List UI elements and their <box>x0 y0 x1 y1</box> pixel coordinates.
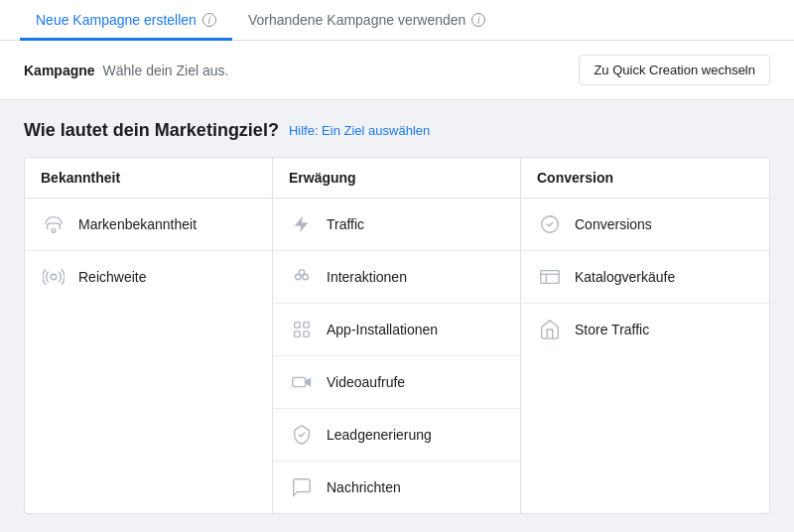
col-header-consideration: Erwägung <box>273 158 521 199</box>
campaign-description: Wähle dein Ziel aus. <box>103 63 229 78</box>
goal-label-traffic: Traffic <box>327 216 364 232</box>
goals-table: Bekanntheit Erwägung Conversion Marken <box>24 157 770 514</box>
svg-point-4 <box>299 270 305 276</box>
tab-new-campaign-info-icon[interactable]: i <box>202 13 216 27</box>
svg-rect-5 <box>295 323 301 329</box>
col-body-consideration: Traffic Interaktionen <box>273 199 521 513</box>
campaign-header-left: Kampagne Wähle dein Ziel aus. <box>24 63 228 78</box>
engagement-icon <box>289 264 315 290</box>
tab-bar: Neue Kampagne erstellen i Vorhandene Kam… <box>0 0 794 41</box>
goal-item-app-installationen[interactable]: App-Installationen <box>273 304 520 356</box>
svg-rect-8 <box>304 332 310 337</box>
svg-rect-9 <box>293 377 306 386</box>
goal-label-leadgenerierung: Leadgenerierung <box>327 427 432 443</box>
col-header-awareness: Bekanntheit <box>25 158 273 199</box>
goal-item-store-traffic[interactable]: Store Traffic <box>521 304 769 355</box>
tab-existing-campaign-label: Vorhandene Kampagne verwenden <box>248 12 466 28</box>
goal-label-conversions: Conversions <box>575 216 652 232</box>
svg-point-1 <box>51 274 57 280</box>
col-body-conversion: Conversions Katalogverkäufe <box>521 199 769 513</box>
marketing-goal-header: Wie lautet dein Marketingziel? Hilfe: Ei… <box>24 120 770 141</box>
marketing-goal-title: Wie lautet dein Marketingziel? <box>24 120 279 141</box>
goal-label-app-installationen: App-Installationen <box>327 322 438 337</box>
goal-item-conversions[interactable]: Conversions <box>521 199 769 251</box>
svg-point-0 <box>52 229 56 233</box>
awareness-icon <box>41 211 66 237</box>
svg-rect-7 <box>295 332 301 337</box>
goal-item-videoaufrufe[interactable]: Videoaufrufe <box>273 356 520 409</box>
store-icon <box>537 317 563 342</box>
goal-item-leadgenerierung[interactable]: Leadgenerierung <box>273 409 520 462</box>
goal-label-videoaufrufe: Videoaufrufe <box>327 374 405 390</box>
quick-creation-button[interactable]: Zu Quick Creation wechseln <box>579 55 770 85</box>
campaign-header: Kampagne Wähle dein Ziel aus. Zu Quick C… <box>0 41 794 100</box>
lead-icon <box>289 422 315 448</box>
tab-new-campaign[interactable]: Neue Kampagne erstellen i <box>20 0 232 41</box>
app-icon <box>289 317 315 342</box>
goal-label-reichweite: Reichweite <box>78 269 146 285</box>
reach-icon <box>41 264 66 290</box>
col-header-conversion: Conversion <box>521 158 769 199</box>
catalog-icon <box>537 264 563 290</box>
help-link[interactable]: Hilfe: Ein Ziel auswählen <box>289 123 430 138</box>
campaign-label: Kampagne <box>24 63 95 78</box>
goal-item-traffic[interactable]: Traffic <box>273 199 520 251</box>
tab-new-campaign-label: Neue Kampagne erstellen <box>36 12 197 28</box>
tab-existing-campaign[interactable]: Vorhandene Kampagne verwenden i <box>232 0 502 41</box>
col-body-awareness: Markenbekanntheit Reichweite <box>25 199 273 513</box>
goal-label-store-traffic: Store Traffic <box>575 322 649 337</box>
goal-label-markenbekanntheit: Markenbekanntheit <box>78 216 197 232</box>
goal-label-interaktionen: Interaktionen <box>327 269 407 285</box>
goal-label-nachrichten: Nachrichten <box>327 479 401 495</box>
svg-rect-11 <box>541 271 559 284</box>
goal-item-markenbekanntheit[interactable]: Markenbekanntheit <box>25 199 272 251</box>
video-icon <box>289 369 315 395</box>
goal-item-reichweite[interactable]: Reichweite <box>25 251 272 303</box>
goal-item-katalogverkaufe[interactable]: Katalogverkäufe <box>521 251 769 304</box>
svg-rect-6 <box>304 323 310 329</box>
goal-label-katalogverkaufe: Katalogverkäufe <box>575 269 675 285</box>
messages-icon <box>289 474 315 500</box>
conversions-icon <box>537 211 563 237</box>
traffic-icon <box>289 211 315 237</box>
goal-item-nachrichten[interactable]: Nachrichten <box>273 462 520 513</box>
main-content: Wie lautet dein Marketingziel? Hilfe: Ei… <box>0 100 794 532</box>
page-wrapper: Neue Kampagne erstellen i Vorhandene Kam… <box>0 0 794 532</box>
tab-existing-campaign-info-icon[interactable]: i <box>471 13 485 27</box>
goal-item-interaktionen[interactable]: Interaktionen <box>273 251 520 304</box>
